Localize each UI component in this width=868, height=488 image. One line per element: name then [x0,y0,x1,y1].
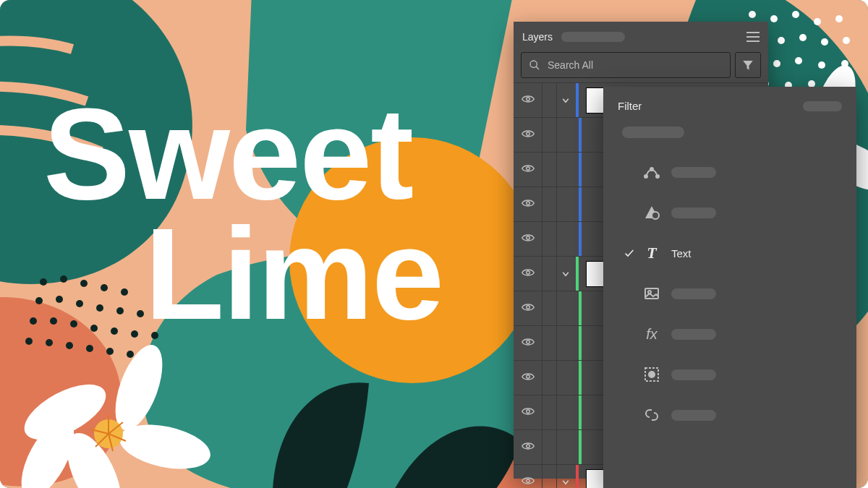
svg-point-2 [40,278,47,286]
lock-cell[interactable] [542,187,557,221]
svg-point-75 [526,305,529,309]
lock-cell[interactable] [542,291,557,325]
svg-point-80 [526,479,529,482]
visibility-toggle[interactable] [514,326,542,360]
visibility-toggle[interactable] [514,187,542,221]
visibility-toggle[interactable] [514,257,542,291]
eye-icon [522,198,535,211]
eye-icon [522,372,535,385]
svg-point-11 [116,307,124,314]
filter-flyout: Filter TTextfx [603,87,856,488]
svg-line-68 [536,67,539,69]
svg-point-35 [843,37,850,44]
filter-option-label-placeholder [671,410,716,421]
lock-cell[interactable] [542,465,557,488]
svg-point-29 [814,18,821,25]
svg-point-10 [96,304,103,312]
lock-cell[interactable] [542,430,557,464]
svg-point-34 [821,38,828,46]
lock-cell[interactable] [542,257,557,291]
svg-point-82 [656,175,659,178]
filter-option-label: Text [671,247,692,260]
svg-point-76 [526,340,529,343]
svg-point-17 [111,328,118,335]
svg-point-77 [526,374,529,378]
panel-header: Layers [514,22,768,52]
svg-point-39 [818,61,825,69]
filter-icon [741,59,754,72]
path-icon [642,163,661,181]
panel-menu-icon[interactable] [746,32,760,42]
eye-icon [522,267,535,281]
svg-point-12 [137,310,144,317]
eye-icon [522,406,535,419]
lock-cell[interactable] [542,326,557,360]
svg-point-27 [770,15,778,22]
filter-option-text[interactable]: TText [618,236,842,270]
visibility-toggle[interactable] [514,153,542,187]
svg-point-22 [66,342,73,349]
svg-point-21 [46,339,53,346]
panel-tab-placeholder [561,32,625,42]
layer-color-bar [579,153,582,187]
svg-point-28 [792,11,799,18]
disclosure-chevron-icon[interactable] [561,269,571,279]
visibility-toggle[interactable] [514,83,542,117]
filter-option-label-placeholder [671,167,716,178]
lock-cell[interactable] [542,222,557,256]
layer-color-bar [576,83,579,117]
svg-point-20 [25,338,33,345]
text-icon: T [642,244,661,262]
eye-icon [522,94,535,107]
eye-icon [522,441,535,454]
mask-icon [642,365,661,384]
lock-cell[interactable] [542,118,557,152]
svg-point-70 [526,132,529,135]
visibility-toggle[interactable] [514,430,542,464]
svg-point-23 [86,345,93,352]
svg-point-38 [795,57,802,64]
lock-cell[interactable] [542,361,557,395]
filter-option-label-placeholder [671,369,716,380]
layers-search-input[interactable]: Search All [521,52,731,78]
visibility-toggle[interactable] [514,222,542,256]
lock-cell[interactable] [542,153,557,187]
filter-option-link[interactable] [618,398,842,432]
filter-option-effects[interactable]: fx [618,317,842,351]
svg-point-9 [76,300,83,307]
disclosure-chevron-icon[interactable] [561,95,571,106]
disclosure-chevron-icon[interactable] [561,477,571,487]
svg-point-72 [526,201,529,205]
lock-cell[interactable] [542,395,557,429]
layer-color-bar [576,465,579,488]
layers-search-row: Search All [514,52,768,82]
filter-button[interactable] [735,52,761,78]
filter-option-mask[interactable] [618,358,842,391]
layers-tab[interactable]: Layers [522,31,553,43]
svg-point-69 [526,97,529,100]
svg-point-8 [56,296,63,303]
eye-icon [522,302,535,315]
filter-option-label-placeholder [671,288,716,299]
svg-point-14 [50,317,57,325]
visibility-toggle[interactable] [514,291,542,325]
svg-point-84 [652,212,659,219]
filter-option-image[interactable] [618,277,842,310]
svg-point-6 [121,288,128,296]
lock-cell[interactable] [542,83,557,117]
filter-option-label-placeholder [671,207,716,218]
svg-point-81 [644,175,647,178]
visibility-toggle[interactable] [514,118,542,152]
svg-point-18 [131,330,138,338]
svg-point-30 [835,15,843,22]
eye-icon [522,337,535,350]
svg-point-24 [106,348,114,355]
filter-option-path[interactable] [618,155,842,189]
svg-point-15 [70,320,77,328]
visibility-toggle[interactable] [514,465,542,488]
flyout-subheader-placeholder [622,127,684,138]
visibility-toggle[interactable] [514,361,542,395]
filter-option-shape[interactable] [618,196,842,229]
svg-point-67 [530,61,537,67]
visibility-toggle[interactable] [514,395,542,429]
